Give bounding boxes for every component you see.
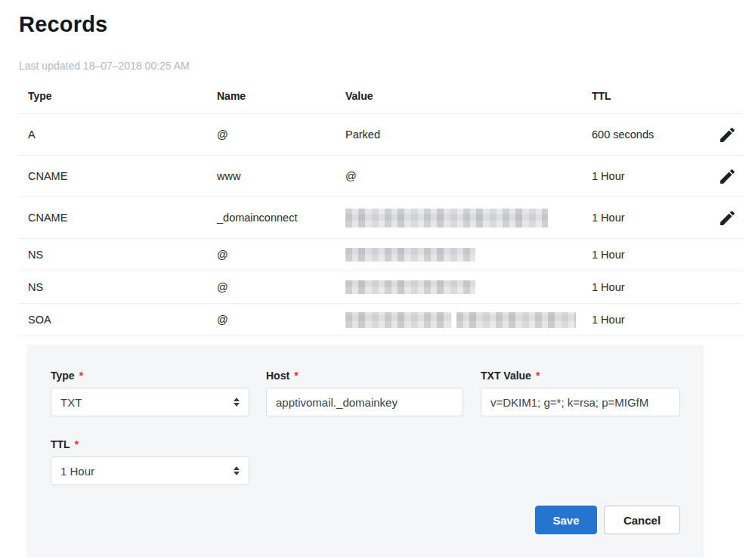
- header-value: Value: [345, 90, 592, 102]
- redacted-value: [345, 280, 475, 294]
- last-updated-text: Last updated 18–07–2018 00:25 AM: [19, 60, 755, 72]
- type-label: Type*: [51, 370, 249, 382]
- form-row-1: Type* TXT Host* TXT Value*: [51, 370, 680, 416]
- cell-name: @: [217, 314, 345, 326]
- cell-type: SOA: [18, 314, 217, 326]
- table-row: SOA @ 1 Hour: [18, 304, 742, 336]
- redacted-value: [345, 248, 475, 261]
- header-type: Type: [18, 90, 217, 102]
- required-asterisk: *: [536, 370, 540, 382]
- cell-ttl: 1 Hour: [592, 249, 703, 261]
- table-header-row: Type Name Value TTL: [18, 90, 742, 114]
- required-asterisk: *: [294, 370, 298, 382]
- redacted-value: [345, 209, 548, 227]
- form-actions: Save Cancel: [51, 506, 680, 534]
- table-row: CNAME www @ 1 Hour: [18, 156, 742, 197]
- cell-value: [345, 312, 592, 328]
- pencil-icon: [718, 125, 737, 144]
- ttl-field: TTL* 1 Hour: [51, 438, 249, 485]
- cell-type: NS: [18, 281, 217, 293]
- redacted-value: [345, 312, 451, 328]
- add-record-form: Type* TXT Host* TXT Value* TTL*: [26, 345, 704, 558]
- cell-ttl: 600 seconds: [592, 128, 703, 141]
- table-row: NS @ 1 Hour: [18, 239, 742, 271]
- cell-name: @: [217, 281, 345, 293]
- host-label-text: Host: [266, 370, 289, 382]
- txt-value-field: TXT Value*: [481, 370, 680, 416]
- host-label: Host*: [266, 370, 463, 382]
- cell-value: Parked: [345, 128, 592, 141]
- cell-name: www: [217, 170, 345, 182]
- txt-value-label: TXT Value*: [481, 370, 680, 382]
- cell-type: CNAME: [18, 170, 217, 182]
- cell-name: _domainconnect: [217, 212, 345, 224]
- save-button[interactable]: Save: [535, 506, 597, 534]
- ttl-select-value: 1 Hour: [60, 465, 94, 478]
- host-field: Host*: [266, 370, 463, 416]
- redacted-value: [456, 312, 576, 328]
- form-row-2: TTL* 1 Hour: [51, 438, 680, 485]
- cell-ttl: 1 Hour: [592, 314, 703, 326]
- ttl-label-text: TTL: [51, 438, 70, 450]
- cell-type: A: [18, 128, 217, 141]
- records-table: Type Name Value TTL A @ Parked 600 secon…: [18, 90, 742, 336]
- ttl-select[interactable]: 1 Hour: [51, 456, 249, 485]
- cell-value: [345, 280, 592, 294]
- txt-value-input[interactable]: [481, 388, 680, 416]
- required-asterisk: *: [75, 438, 79, 450]
- edit-record-button[interactable]: [716, 207, 738, 229]
- pencil-icon: [718, 167, 737, 186]
- type-field: Type* TXT: [51, 370, 249, 416]
- table-row: A @ Parked 600 seconds: [18, 114, 742, 156]
- txt-value-label-text: TXT Value: [481, 370, 531, 382]
- header-ttl: TTL: [592, 90, 703, 102]
- type-select[interactable]: TXT: [51, 388, 249, 416]
- host-input[interactable]: [266, 388, 463, 416]
- cell-value: @: [345, 170, 592, 182]
- cancel-button[interactable]: Cancel: [604, 506, 680, 534]
- cell-ttl: 1 Hour: [592, 281, 703, 293]
- pencil-icon: [718, 209, 737, 227]
- type-label-text: Type: [51, 370, 75, 382]
- cell-type: CNAME: [18, 212, 217, 224]
- select-caret-icon: [234, 398, 240, 407]
- cell-name: @: [217, 128, 345, 141]
- cell-ttl: 1 Hour: [592, 170, 703, 182]
- cell-ttl: 1 Hour: [592, 212, 703, 224]
- select-caret-icon: [234, 466, 240, 475]
- cell-type: NS: [18, 249, 217, 261]
- edit-record-button[interactable]: [716, 124, 738, 146]
- ttl-label: TTL*: [51, 438, 249, 450]
- required-asterisk: *: [79, 370, 83, 382]
- table-row: CNAME _domainconnect 1 Hour: [18, 197, 742, 239]
- cell-value: [345, 248, 592, 261]
- cell-value: [345, 209, 592, 227]
- edit-record-button[interactable]: [716, 166, 738, 187]
- page-title: Records: [19, 12, 755, 37]
- header-name: Name: [217, 90, 345, 102]
- type-select-value: TXT: [60, 396, 82, 409]
- table-row: NS @ 1 Hour: [18, 271, 742, 304]
- cell-name: @: [217, 249, 345, 261]
